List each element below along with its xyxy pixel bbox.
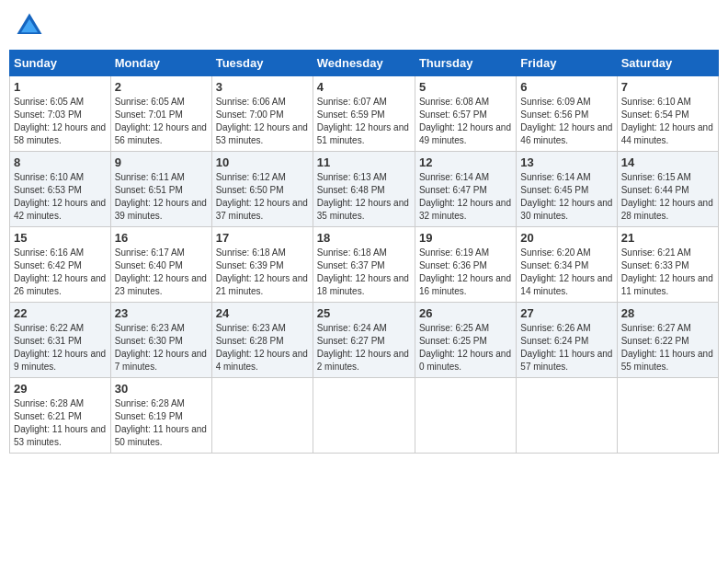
weekday-header-monday: Monday xyxy=(110,51,211,76)
weekday-header-thursday: Thursday xyxy=(415,51,516,76)
day-info: Sunrise: 6:28 AM Sunset: 6:19 PM Dayligh… xyxy=(115,397,208,449)
day-number: 22 xyxy=(14,306,107,320)
calendar-cell: 19Sunrise: 6:19 AM Sunset: 6:36 PM Dayli… xyxy=(415,227,516,303)
calendar-cell: 15Sunrise: 6:16 AM Sunset: 6:42 PM Dayli… xyxy=(10,227,111,303)
day-number: 15 xyxy=(14,231,107,245)
day-number: 19 xyxy=(419,231,512,245)
day-info: Sunrise: 6:06 AM Sunset: 7:00 PM Dayligh… xyxy=(216,96,309,147)
day-number: 25 xyxy=(317,306,411,320)
calendar-cell: 21Sunrise: 6:21 AM Sunset: 6:33 PM Dayli… xyxy=(617,227,718,303)
calendar-cell: 29Sunrise: 6:28 AM Sunset: 6:21 PM Dayli… xyxy=(10,378,111,454)
day-info: Sunrise: 6:14 AM Sunset: 6:45 PM Dayligh… xyxy=(520,171,612,223)
day-info: Sunrise: 6:17 AM Sunset: 6:40 PM Dayligh… xyxy=(115,247,208,298)
calendar-cell: 11Sunrise: 6:13 AM Sunset: 6:48 PM Dayli… xyxy=(313,152,415,227)
calendar-cell: 8Sunrise: 6:10 AM Sunset: 6:53 PM Daylig… xyxy=(10,152,111,227)
day-info: Sunrise: 6:23 AM Sunset: 6:30 PM Dayligh… xyxy=(115,322,208,373)
day-number: 2 xyxy=(115,80,208,94)
day-number: 17 xyxy=(216,231,309,245)
calendar-week-5: 29Sunrise: 6:28 AM Sunset: 6:21 PM Dayli… xyxy=(10,378,719,454)
weekday-header-friday: Friday xyxy=(517,51,617,76)
day-number: 26 xyxy=(419,306,512,320)
calendar-cell xyxy=(617,378,718,454)
calendar-cell: 4Sunrise: 6:07 AM Sunset: 6:59 PM Daylig… xyxy=(313,76,415,152)
day-info: Sunrise: 6:14 AM Sunset: 6:47 PM Dayligh… xyxy=(419,171,512,223)
page-header xyxy=(9,9,719,42)
day-info: Sunrise: 6:27 AM Sunset: 6:22 PM Dayligh… xyxy=(621,322,714,373)
day-number: 4 xyxy=(317,80,411,94)
calendar-cell: 14Sunrise: 6:15 AM Sunset: 6:44 PM Dayli… xyxy=(617,152,718,227)
day-info: Sunrise: 6:20 AM Sunset: 6:34 PM Dayligh… xyxy=(520,247,612,298)
calendar-cell xyxy=(517,378,617,454)
day-number: 29 xyxy=(14,382,107,396)
calendar-table: SundayMondayTuesdayWednesdayThursdayFrid… xyxy=(9,50,719,454)
day-number: 6 xyxy=(520,80,612,94)
calendar-cell: 3Sunrise: 6:06 AM Sunset: 7:00 PM Daylig… xyxy=(211,76,313,152)
calendar-cell: 9Sunrise: 6:11 AM Sunset: 6:51 PM Daylig… xyxy=(110,152,211,227)
day-number: 11 xyxy=(317,155,411,169)
day-number: 16 xyxy=(115,231,208,245)
day-info: Sunrise: 6:05 AM Sunset: 7:01 PM Dayligh… xyxy=(115,96,208,147)
day-number: 10 xyxy=(216,155,309,169)
day-number: 23 xyxy=(115,306,208,320)
logo-icon xyxy=(13,9,46,42)
day-info: Sunrise: 6:18 AM Sunset: 6:39 PM Dayligh… xyxy=(216,247,309,298)
day-number: 12 xyxy=(419,155,512,169)
calendar-cell: 25Sunrise: 6:24 AM Sunset: 6:27 PM Dayli… xyxy=(313,303,415,378)
day-number: 20 xyxy=(520,231,612,245)
day-info: Sunrise: 6:15 AM Sunset: 6:44 PM Dayligh… xyxy=(621,171,714,223)
calendar-cell: 27Sunrise: 6:26 AM Sunset: 6:24 PM Dayli… xyxy=(517,303,617,378)
day-number: 14 xyxy=(621,155,714,169)
calendar-cell: 23Sunrise: 6:23 AM Sunset: 6:30 PM Dayli… xyxy=(110,303,211,378)
weekday-header-wednesday: Wednesday xyxy=(313,51,415,76)
calendar-cell: 16Sunrise: 6:17 AM Sunset: 6:40 PM Dayli… xyxy=(110,227,211,303)
calendar-cell xyxy=(415,378,516,454)
calendar-cell: 26Sunrise: 6:25 AM Sunset: 6:25 PM Dayli… xyxy=(415,303,516,378)
calendar-cell: 5Sunrise: 6:08 AM Sunset: 6:57 PM Daylig… xyxy=(415,76,516,152)
calendar-cell: 24Sunrise: 6:23 AM Sunset: 6:28 PM Dayli… xyxy=(211,303,313,378)
day-number: 24 xyxy=(216,306,309,320)
day-info: Sunrise: 6:26 AM Sunset: 6:24 PM Dayligh… xyxy=(520,322,612,373)
day-number: 27 xyxy=(520,306,612,320)
day-number: 18 xyxy=(317,231,411,245)
day-info: Sunrise: 6:07 AM Sunset: 6:59 PM Dayligh… xyxy=(317,96,411,147)
weekday-header-sunday: Sunday xyxy=(10,51,111,76)
day-number: 1 xyxy=(14,80,107,94)
calendar-body: 1Sunrise: 6:05 AM Sunset: 7:03 PM Daylig… xyxy=(10,76,719,454)
day-info: Sunrise: 6:21 AM Sunset: 6:33 PM Dayligh… xyxy=(621,247,714,298)
day-info: Sunrise: 6:13 AM Sunset: 6:48 PM Dayligh… xyxy=(317,171,411,223)
day-info: Sunrise: 6:10 AM Sunset: 6:53 PM Dayligh… xyxy=(14,171,107,223)
calendar-cell xyxy=(313,378,415,454)
day-info: Sunrise: 6:22 AM Sunset: 6:31 PM Dayligh… xyxy=(14,322,107,373)
day-number: 28 xyxy=(621,306,714,320)
day-number: 7 xyxy=(621,80,714,94)
calendar-cell: 6Sunrise: 6:09 AM Sunset: 6:56 PM Daylig… xyxy=(517,76,617,152)
day-info: Sunrise: 6:11 AM Sunset: 6:51 PM Dayligh… xyxy=(115,171,208,223)
day-info: Sunrise: 6:10 AM Sunset: 6:54 PM Dayligh… xyxy=(621,96,714,147)
day-number: 13 xyxy=(520,155,612,169)
day-number: 8 xyxy=(14,155,107,169)
day-info: Sunrise: 6:09 AM Sunset: 6:56 PM Dayligh… xyxy=(520,96,612,147)
calendar-cell: 20Sunrise: 6:20 AM Sunset: 6:34 PM Dayli… xyxy=(517,227,617,303)
day-number: 5 xyxy=(419,80,512,94)
day-info: Sunrise: 6:19 AM Sunset: 6:36 PM Dayligh… xyxy=(419,247,512,298)
calendar-cell: 18Sunrise: 6:18 AM Sunset: 6:37 PM Dayli… xyxy=(313,227,415,303)
calendar-cell: 1Sunrise: 6:05 AM Sunset: 7:03 PM Daylig… xyxy=(10,76,111,152)
logo xyxy=(13,9,50,42)
calendar-week-4: 22Sunrise: 6:22 AM Sunset: 6:31 PM Dayli… xyxy=(10,303,719,378)
calendar-header-row: SundayMondayTuesdayWednesdayThursdayFrid… xyxy=(10,51,719,76)
calendar-cell: 13Sunrise: 6:14 AM Sunset: 6:45 PM Dayli… xyxy=(517,152,617,227)
weekday-header-saturday: Saturday xyxy=(617,51,718,76)
day-info: Sunrise: 6:18 AM Sunset: 6:37 PM Dayligh… xyxy=(317,247,411,298)
day-info: Sunrise: 6:08 AM Sunset: 6:57 PM Dayligh… xyxy=(419,96,512,147)
calendar-cell: 7Sunrise: 6:10 AM Sunset: 6:54 PM Daylig… xyxy=(617,76,718,152)
day-info: Sunrise: 6:28 AM Sunset: 6:21 PM Dayligh… xyxy=(14,397,107,449)
day-info: Sunrise: 6:12 AM Sunset: 6:50 PM Dayligh… xyxy=(216,171,309,223)
day-number: 21 xyxy=(621,231,714,245)
day-number: 3 xyxy=(216,80,309,94)
day-info: Sunrise: 6:16 AM Sunset: 6:42 PM Dayligh… xyxy=(14,247,107,298)
calendar-cell: 10Sunrise: 6:12 AM Sunset: 6:50 PM Dayli… xyxy=(211,152,313,227)
calendar-week-3: 15Sunrise: 6:16 AM Sunset: 6:42 PM Dayli… xyxy=(10,227,719,303)
calendar-cell: 22Sunrise: 6:22 AM Sunset: 6:31 PM Dayli… xyxy=(10,303,111,378)
calendar-cell: 28Sunrise: 6:27 AM Sunset: 6:22 PM Dayli… xyxy=(617,303,718,378)
calendar-cell: 2Sunrise: 6:05 AM Sunset: 7:01 PM Daylig… xyxy=(110,76,211,152)
